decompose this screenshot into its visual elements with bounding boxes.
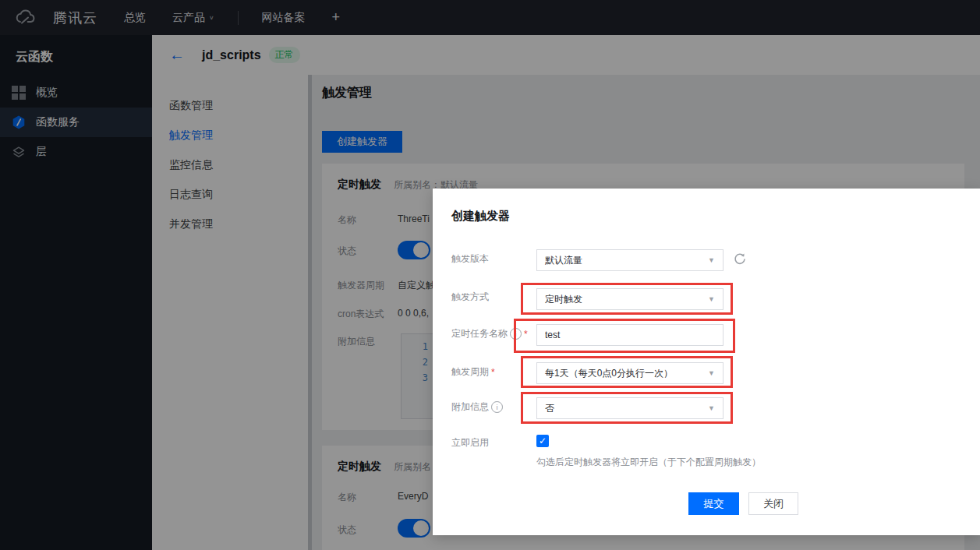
enable-now-checkbox[interactable]: ✓	[536, 435, 549, 447]
trigger-method-select[interactable]: 定时触发 ▼	[536, 288, 724, 310]
close-button[interactable]: 关闭	[748, 492, 798, 515]
label-enable-now: 立即启用	[451, 436, 489, 450]
trigger-version-select[interactable]: 默认流量 ▼	[536, 249, 724, 271]
label-task-name: 定时任务名称 i *	[451, 327, 528, 340]
task-name-input[interactable]	[536, 324, 724, 346]
app-window: 腾讯云 总览 云产品 ∨ 网站备案 + 云函数 概览 函数服务	[0, 0, 980, 550]
create-trigger-modal: 创建触发器 触发版本 默认流量 ▼ 触发方式 定时触发 ▼ 定时任务名称 i *	[433, 189, 980, 535]
submit-button[interactable]: 提交	[688, 492, 739, 515]
chevron-down-icon: ▼	[708, 295, 715, 303]
trigger-cycle-select[interactable]: 每1天（每天0点0分执行一次） ▼	[536, 362, 724, 384]
enable-helper-text: 勾选后定时触发器将立即开启（于下个配置周期触发）	[536, 456, 761, 469]
refresh-icon[interactable]	[733, 252, 747, 266]
label-extra-info: 附加信息 i	[451, 400, 503, 414]
label-trigger-version: 触发版本	[451, 252, 489, 266]
label-trigger-cycle: 触发周期 *	[451, 365, 495, 379]
chevron-down-icon: ▼	[708, 404, 715, 412]
check-icon: ✓	[539, 435, 547, 446]
required-asterisk: *	[491, 367, 495, 378]
chevron-down-icon: ▼	[708, 369, 715, 377]
info-icon[interactable]: i	[510, 328, 522, 340]
extra-info-select[interactable]: 否 ▼	[536, 397, 724, 419]
info-icon[interactable]: i	[491, 401, 503, 413]
chevron-down-icon: ▼	[708, 256, 715, 264]
required-asterisk: *	[524, 329, 528, 340]
label-trigger-method: 触发方式	[451, 291, 489, 304]
modal-title: 创建触发器	[451, 209, 510, 224]
